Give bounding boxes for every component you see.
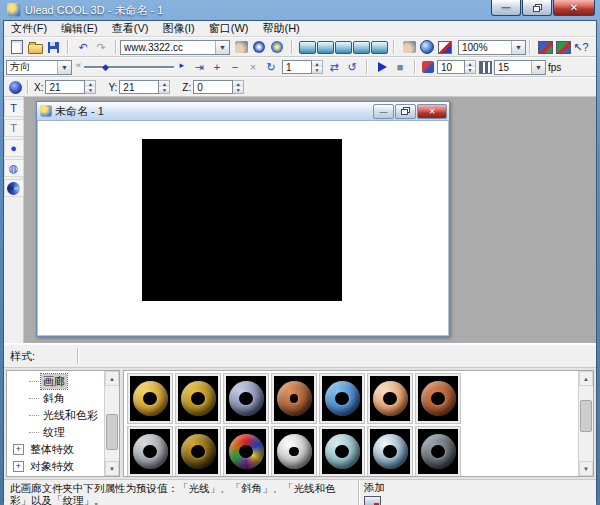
chevron-down-icon[interactable]: ▼ xyxy=(511,41,525,54)
menu-item[interactable]: 编辑(E) xyxy=(54,21,105,36)
gold-torus[interactable] xyxy=(127,373,173,424)
tree-item[interactable]: +转场特效 xyxy=(7,475,105,477)
axis-spinner[interactable]: ▲▼ xyxy=(233,80,244,94)
fps-combobox[interactable]: 15 ▼ xyxy=(494,60,546,75)
axis-value-field[interactable]: 0 xyxy=(193,80,233,94)
chevron-down-icon[interactable]: ▼ xyxy=(215,41,229,54)
white-ring-torus[interactable] xyxy=(271,426,317,477)
hand-tool-icon[interactable] xyxy=(400,39,418,55)
tree-expand-icon[interactable]: + xyxy=(13,461,24,472)
tree-scrollbar-track[interactable] xyxy=(105,386,119,461)
steel-blue-torus[interactable] xyxy=(223,373,269,424)
tree-item[interactable]: 画廊 xyxy=(7,373,105,390)
cycle-icon[interactable]: ↺ xyxy=(343,59,361,75)
tree-item[interactable]: 纹理 xyxy=(7,424,105,441)
animation-mode-icon[interactable] xyxy=(419,59,437,75)
web-address-combobox[interactable]: www.3322.cc ▼ xyxy=(120,40,230,55)
context-help-icon[interactable]: ↖? xyxy=(572,39,590,55)
white-blue-glossy-torus[interactable] xyxy=(367,426,413,477)
tree-scrollbar-thumb[interactable] xyxy=(106,414,118,450)
slider-thumb-icon[interactable]: ◆ xyxy=(102,62,109,72)
chevron-down-icon[interactable]: ▼ xyxy=(531,61,545,74)
browser-mode-icon[interactable] xyxy=(4,179,24,197)
tree-item[interactable]: 光线和色彩 xyxy=(7,407,105,424)
total-frames-field[interactable]: 10 xyxy=(437,60,465,74)
menu-item[interactable]: 查看(V) xyxy=(105,21,156,36)
insert-text-icon[interactable]: T xyxy=(4,99,24,117)
web-globe-icon[interactable] xyxy=(418,39,436,55)
close-button[interactable]: ✕ xyxy=(553,0,595,16)
gallery-scrollbar-track[interactable] xyxy=(579,386,593,461)
export-image-icon[interactable] xyxy=(536,39,554,55)
menu-item[interactable]: 文件(F) xyxy=(4,21,54,36)
gallery-scrollbar-thumb[interactable] xyxy=(580,400,592,432)
blue-ice-torus[interactable] xyxy=(319,373,365,424)
document-minimize-button[interactable]: — xyxy=(373,104,394,119)
output-preset-icon-5[interactable] xyxy=(370,39,388,55)
pearl-blue-torus[interactable] xyxy=(319,426,365,477)
tree-item[interactable]: +整体特效 xyxy=(7,441,105,458)
export-video-icon[interactable] xyxy=(554,39,572,55)
current-frame-field[interactable]: 1 xyxy=(282,60,312,74)
output-preset-icon-1[interactable] xyxy=(298,39,316,55)
gallery-scrollbar[interactable]: ▲ ▼ xyxy=(578,371,593,476)
scroll-up-icon[interactable]: ▲ xyxy=(579,371,593,386)
gold-black-camo-torus[interactable] xyxy=(175,426,221,477)
scroll-up-icon[interactable]: ▲ xyxy=(105,371,119,386)
image-quality-icon[interactable] xyxy=(436,39,454,55)
open-icon[interactable] xyxy=(26,39,44,55)
scroll-down-icon[interactable]: ▼ xyxy=(105,461,119,476)
output-preset-icon-3[interactable] xyxy=(334,39,352,55)
save-icon[interactable] xyxy=(44,39,62,55)
undo-icon[interactable]: ↶ xyxy=(74,39,92,55)
frame-rate-icon[interactable] xyxy=(476,59,494,75)
rotate-object-icon[interactable] xyxy=(6,79,24,95)
skip-keyframe-icon[interactable]: × xyxy=(244,59,262,75)
minimize-button[interactable]: — xyxy=(491,0,521,16)
tree-item[interactable]: +对象特效 xyxy=(7,458,105,475)
add-keyframe-icon[interactable]: + xyxy=(208,59,226,75)
gunmetal-flange-torus[interactable] xyxy=(415,426,461,477)
insert-graphics-icon[interactable]: ● xyxy=(4,139,24,157)
stained-glass-torus[interactable] xyxy=(223,426,269,477)
document-canvas-area[interactable] xyxy=(37,121,449,336)
play-icon[interactable] xyxy=(373,59,391,75)
perforated-silver-torus[interactable] xyxy=(127,426,173,477)
tree-scrollbar[interactable]: ▲ ▼ xyxy=(104,371,119,476)
output-preset-icon-4[interactable] xyxy=(352,39,370,55)
deform-gizmo-icon[interactable] xyxy=(268,39,286,55)
reverse-icon[interactable]: ↻ xyxy=(262,59,280,75)
document-close-button[interactable]: ✕ xyxy=(417,104,447,119)
axis-value-field[interactable]: 21 xyxy=(45,80,85,94)
menu-item[interactable]: 图像(I) xyxy=(155,21,201,36)
timeline-slider[interactable]: « ◆ ▸ xyxy=(76,60,184,74)
copper-ring-torus[interactable] xyxy=(271,373,317,424)
stop-icon[interactable]: ■ xyxy=(391,59,409,75)
current-frame-spinner[interactable]: ▲▼ xyxy=(312,60,323,74)
tree-expand-icon[interactable]: + xyxy=(13,444,24,455)
document-title-bar[interactable]: 未命名 - 1 — ✕ xyxy=(37,102,449,121)
rust-copper-torus[interactable] xyxy=(415,373,461,424)
new-icon[interactable] xyxy=(8,39,26,55)
attribute-combobox[interactable]: 方向 ▼ xyxy=(6,60,72,75)
edit-text-icon[interactable]: T xyxy=(4,119,24,137)
output-preset-icon-2[interactable] xyxy=(316,39,334,55)
delete-keyframe-icon[interactable]: − xyxy=(226,59,244,75)
gold-double-ring-torus[interactable] xyxy=(175,373,221,424)
add-style-button[interactable] xyxy=(364,496,381,505)
chevron-down-icon[interactable]: ▼ xyxy=(57,61,71,74)
orange-swirl-torus[interactable] xyxy=(367,373,413,424)
axis-value-field[interactable]: 21 xyxy=(119,80,159,94)
slider-track[interactable] xyxy=(84,66,174,69)
restore-button[interactable] xyxy=(522,0,552,16)
loop-icon[interactable]: ⇄ xyxy=(325,59,343,75)
render-canvas[interactable] xyxy=(142,139,342,301)
drag-hand-icon[interactable] xyxy=(232,39,250,55)
document-restore-button[interactable] xyxy=(395,104,416,119)
menu-item[interactable]: 窗口(W) xyxy=(202,21,256,36)
total-frames-spinner[interactable]: ▲▼ xyxy=(465,60,476,74)
axis-spinner[interactable]: ▲▼ xyxy=(159,80,170,94)
axis-spinner[interactable]: ▲▼ xyxy=(85,80,96,94)
zoom-combobox[interactable]: 100% ▼ xyxy=(458,40,526,55)
redo-icon[interactable]: ↷ xyxy=(92,39,110,55)
